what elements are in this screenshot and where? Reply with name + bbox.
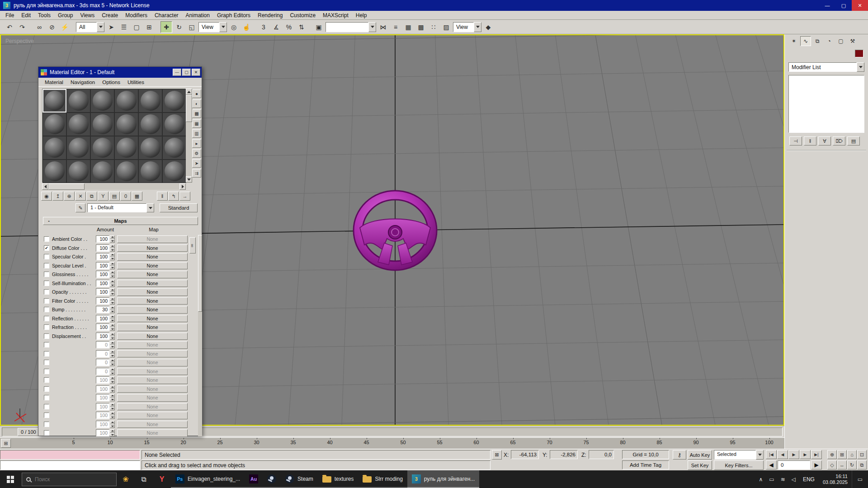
align-icon[interactable]: ≡ [390, 21, 401, 33]
map-amount-spinner[interactable] [110, 412, 115, 419]
map-amount-spinner[interactable] [110, 350, 115, 357]
map-slot-button[interactable]: None [117, 359, 188, 366]
select-by-name-icon[interactable]: ☰ [118, 21, 130, 33]
map-amount-field[interactable]: 0 [96, 359, 109, 366]
map-amount-spinner[interactable] [110, 280, 115, 287]
map-amount-spinner[interactable] [110, 288, 115, 296]
previous-key-icon[interactable]: ◀ [766, 460, 777, 469]
material-sample-slot[interactable] [138, 136, 162, 160]
add-time-tag[interactable]: Add Time Tag [622, 460, 669, 469]
material-sample-slot[interactable] [114, 113, 138, 136]
next-key-icon[interactable]: ▶ [811, 460, 822, 469]
y-coordinate-field[interactable]: -2,826 [550, 450, 578, 459]
select-and-scale-icon[interactable]: ◱ [186, 21, 198, 33]
map-amount-field[interactable]: 100 [96, 271, 109, 278]
show-map-in-viewport-icon[interactable]: ▦ [132, 192, 142, 201]
map-slot-button[interactable]: None [117, 288, 188, 296]
tray-network-icon[interactable]: ≋ [778, 476, 788, 483]
go-to-start-icon[interactable]: |◀ [766, 450, 777, 459]
material-sample-slot[interactable] [114, 136, 138, 160]
select-and-move-icon[interactable]: ✚ [160, 21, 172, 33]
unlink-selection-icon[interactable]: ⊘ [46, 21, 58, 33]
backlight-icon[interactable]: ◐ [192, 99, 201, 108]
next-frame-icon[interactable]: ▶ [800, 450, 811, 459]
map-enable-checkbox[interactable] [44, 289, 49, 295]
map-enable-checkbox[interactable] [44, 395, 49, 400]
map-slot-button[interactable]: None [117, 421, 188, 428]
key-selection-dropdown[interactable]: Selected [714, 450, 764, 460]
shader-type-button[interactable]: Standard [160, 203, 198, 212]
quick-render-icon[interactable]: ◆ [482, 21, 494, 33]
put-material-to-scene-icon[interactable]: ↥ [52, 192, 63, 201]
modifier-stack-list[interactable] [788, 75, 864, 133]
chevron-down-icon[interactable] [146, 203, 154, 212]
map-amount-field[interactable]: 100 [96, 315, 109, 322]
pinned-app-flower-icon[interactable]: ❀ [117, 470, 135, 488]
map-amount-field[interactable]: 0 [96, 368, 109, 375]
material-map-navigator-icon[interactable]: ⇉ [192, 169, 201, 178]
auto-key-button[interactable]: Auto Key [688, 450, 712, 460]
schematic-view-icon[interactable]: ▩ [415, 21, 427, 33]
material-sample-slot[interactable] [138, 113, 162, 136]
map-enable-checkbox[interactable] [44, 386, 49, 392]
material-sample-slot[interactable] [66, 89, 90, 113]
show-end-result-icon[interactable]: ‖ [157, 192, 168, 201]
maxscript-mini-listener-macro[interactable] [0, 450, 140, 460]
map-amount-field[interactable]: 0 [96, 341, 109, 348]
map-slot-button[interactable]: None [117, 306, 188, 314]
map-amount-spinner[interactable] [110, 244, 115, 252]
map-amount-spinner[interactable] [110, 297, 115, 305]
taskbar-item-textures-folder[interactable]: textures [318, 470, 359, 488]
map-amount-field[interactable]: 100 [96, 385, 109, 393]
map-amount-spinner[interactable] [110, 368, 115, 375]
material-sample-slot[interactable] [162, 136, 186, 160]
percent-snap-toggle-icon[interactable]: % [283, 21, 295, 33]
go-forward-to-sibling-icon[interactable]: → [179, 192, 190, 201]
language-indicator[interactable]: ENG [799, 476, 819, 483]
material-sample-slot[interactable] [42, 136, 66, 160]
previous-frame-icon[interactable]: ◀ [777, 450, 788, 459]
map-slot-button[interactable]: None [117, 368, 188, 375]
taskbar-search[interactable] [22, 473, 117, 486]
map-slot-button[interactable]: None [117, 297, 188, 305]
chevron-down-icon[interactable] [857, 62, 864, 72]
put-to-library-icon[interactable]: ▤ [109, 192, 120, 201]
map-slot-button[interactable]: None [117, 376, 188, 384]
minimize-button[interactable]: — [819, 0, 835, 11]
map-slot-button[interactable]: None [117, 280, 188, 287]
menu-item[interactable]: Material [41, 79, 67, 86]
map-amount-spinner[interactable] [110, 315, 115, 322]
select-and-rotate-icon[interactable]: ↻ [173, 21, 185, 33]
sample-type-icon[interactable]: ● [192, 89, 201, 98]
map-enable-checkbox[interactable] [44, 263, 49, 268]
selection-lock-toggle[interactable]: ⊠ [492, 450, 502, 460]
min-max-toggle-icon[interactable]: ⧉ [857, 460, 867, 469]
map-amount-spinner[interactable] [110, 385, 115, 393]
tray-monitor-icon[interactable]: ▭ [766, 476, 777, 483]
taskbar-item-audition[interactable]: Au [245, 470, 263, 488]
map-amount-spinner[interactable] [110, 253, 115, 260]
material-name-dropdown[interactable]: 1 - Default [87, 203, 154, 212]
menu-item[interactable]: Navigation [67, 79, 99, 86]
sample-vertical-scrollbar[interactable] [186, 89, 192, 183]
close-icon[interactable]: ✕ [192, 69, 200, 76]
render-type-dropdown[interactable]: View [453, 22, 481, 32]
material-sample-slot[interactable] [42, 89, 66, 113]
menu-item[interactable]: Edit [18, 11, 34, 19]
map-enable-checkbox[interactable] [44, 316, 49, 321]
map-amount-field[interactable]: 100 [96, 421, 109, 428]
map-enable-checkbox[interactable] [44, 272, 49, 277]
material-sample-slot[interactable] [162, 160, 186, 183]
maximize-button[interactable]: ▢ [835, 0, 852, 11]
tab-utilities[interactable]: ⚒ [847, 36, 858, 46]
map-amount-spinner[interactable] [110, 306, 115, 313]
material-sample-slot[interactable] [66, 136, 90, 160]
map-amount-field[interactable]: 100 [96, 297, 109, 305]
z-coordinate-field[interactable]: 0,0 [589, 450, 614, 459]
map-slot-button[interactable]: None [117, 350, 188, 358]
zoom-extents-all-icon[interactable]: ⊡ [857, 450, 867, 459]
map-enable-checkbox[interactable] [44, 377, 49, 383]
modifier-list-dropdown[interactable]: Modifier List [788, 62, 864, 72]
tab-create[interactable]: ✶ [788, 36, 799, 46]
chevron-down-icon[interactable] [474, 22, 481, 32]
